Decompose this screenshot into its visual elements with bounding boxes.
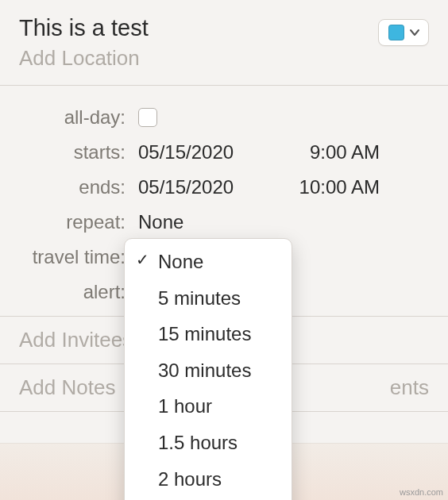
alert-label: alert: (19, 281, 138, 303)
travel-time-label: travel time: (19, 246, 138, 268)
calendar-picker[interactable] (378, 19, 429, 46)
location-field[interactable]: Add Location (19, 46, 378, 71)
ends-time[interactable]: 10:00 AM (292, 176, 380, 198)
dropdown-item-15min[interactable]: 15 minutes (125, 316, 292, 352)
repeat-label: repeat: (19, 211, 138, 233)
all-day-checkbox[interactable] (138, 108, 157, 127)
dropdown-item-1hr[interactable]: 1 hour (125, 388, 292, 425)
dropdown-item-1-5hr[interactable]: 1.5 hours (125, 425, 292, 461)
event-header: This is a test Add Location (0, 0, 448, 86)
add-invitees-label: Add Invitees (19, 328, 133, 352)
add-notes-label: Add Notes (19, 375, 115, 400)
ends-row: ends: 05/15/2020 10:00 AM (19, 170, 429, 205)
event-title[interactable]: This is a test (19, 16, 378, 41)
starts-row: starts: 05/15/2020 9:00 AM (19, 135, 429, 170)
repeat-row: repeat: None (19, 205, 429, 240)
starts-date[interactable]: 05/15/2020 (138, 141, 264, 163)
dropdown-item-2hr[interactable]: 2 hours (125, 461, 292, 498)
dropdown-item-5min[interactable]: 5 minutes (125, 280, 292, 317)
travel-time-dropdown[interactable]: None 5 minutes 15 minutes 30 minutes 1 h… (124, 238, 292, 500)
repeat-value[interactable]: None (138, 211, 183, 233)
all-day-label: all-day: (19, 106, 138, 129)
starts-time[interactable]: 9:00 AM (292, 141, 380, 163)
dropdown-item-none[interactable]: None (125, 244, 292, 280)
watermark: wsxdn.com (400, 487, 443, 497)
all-day-row: all-day: (19, 100, 429, 135)
attachments-suffix: ents (390, 375, 429, 400)
ends-date[interactable]: 05/15/2020 (138, 176, 264, 198)
starts-label: starts: (19, 141, 138, 163)
calendar-color-swatch (388, 25, 404, 40)
chevron-down-icon (409, 27, 420, 38)
dropdown-item-30min[interactable]: 30 minutes (125, 352, 292, 389)
ends-label: ends: (19, 176, 138, 198)
